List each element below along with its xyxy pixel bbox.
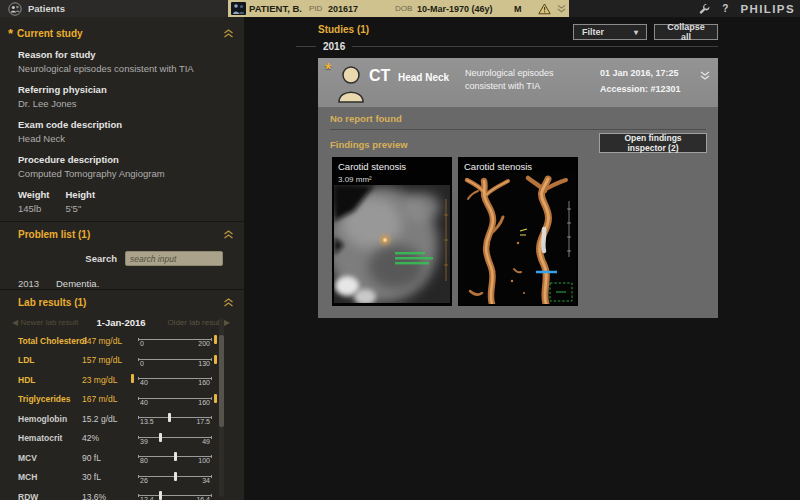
field-label: Exam code description — [18, 119, 244, 130]
lab-results-header[interactable]: Lab results (1) — [0, 290, 244, 312]
lab-date: 1-Jan-2016 — [96, 317, 145, 328]
patient-name: PATIENT, B. — [249, 0, 302, 17]
lab-value: 30 fL — [82, 472, 138, 482]
lab-range-indicator: 26 34 — [138, 468, 218, 488]
lab-name: RDW — [18, 492, 82, 500]
lab-value: 90 fL — [82, 453, 138, 463]
older-lab-link[interactable]: Older lab result ▶ — [146, 318, 230, 327]
lab-range-indicator: 12.4 16.4 — [138, 487, 218, 500]
problem-name: Dementia. — [56, 278, 99, 289]
lab-value-marker — [214, 394, 217, 403]
lab-value: 157 mg/dL — [82, 355, 138, 365]
study-card-body: No report found Findings preview Open fi… — [318, 107, 718, 318]
dob-label: DOB — [395, 0, 412, 17]
sidebar-scrollbar[interactable] — [219, 318, 224, 497]
philips-logo: PHILIPS — [740, 3, 795, 15]
warning-icon[interactable] — [538, 0, 551, 17]
divider — [330, 129, 706, 130]
lab-range-min: 0 — [140, 340, 144, 347]
study-accession: Accession: #12301 — [600, 84, 681, 94]
scrollbar-thumb[interactable] — [219, 335, 224, 427]
lab-result-row: Triglycerides 167 m/dL 40 160 — [0, 390, 244, 410]
lab-range-min: 80 — [140, 457, 148, 464]
patients-tab[interactable]: Patients — [0, 0, 228, 17]
no-report-text: No report found — [330, 113, 402, 124]
lab-range-min: 39 — [140, 438, 148, 445]
problem-list-title: Problem list (1) — [18, 229, 223, 240]
field-value: Neurological episodes consistent with TI… — [18, 63, 244, 74]
lab-range-max: 16.4 — [196, 496, 210, 500]
cta-3d-image — [460, 173, 576, 304]
problem-list-header[interactable]: Problem list (1) — [0, 222, 244, 244]
finding-thumbnail-ct[interactable]: Carotid stenosis 3.09 mm² — [332, 157, 452, 306]
problem-year: 2013 — [18, 278, 44, 289]
study-name: Head Neck — [398, 72, 449, 83]
height-label: Height — [66, 189, 96, 200]
lab-value: 347 mg/dL — [82, 336, 138, 346]
lab-rows: Total Cholesterol 347 mg/dL 0 200 LDL 15… — [0, 331, 244, 500]
studies-panel: Studies (1) Filter ▾ Collapse all 2016 * — [244, 17, 800, 500]
patient-banner-icon — [231, 0, 246, 17]
pid-value: 201617 — [328, 0, 358, 17]
lab-range-max: 130 — [198, 360, 210, 367]
lab-range-indicator: 39 49 — [138, 429, 218, 449]
lab-result-row: LDL 157 mg/dL 0 130 — [0, 351, 244, 371]
collapse-all-button[interactable]: Collapse all — [654, 24, 718, 40]
finding-thumbnail-3d-cta[interactable]: Carotid stenosis — [458, 157, 578, 306]
field-label: Procedure description — [18, 154, 244, 165]
timeline-year-group: 2016 — [296, 40, 718, 52]
study-field: Reason for study Neurological episodes c… — [18, 49, 244, 74]
lab-value-marker — [159, 491, 162, 500]
lab-value-marker — [214, 355, 217, 364]
lab-range-indicator: 13.5 17.5 — [138, 409, 218, 429]
current-study-fields: Reason for study Neurological episodes c… — [0, 43, 244, 179]
collapse-up-icon[interactable] — [223, 298, 234, 307]
lab-range-max: 49 — [202, 438, 210, 445]
patient-banner[interactable]: PATIENT, B. PID 201617 DOB 10-Mar-1970 (… — [228, 0, 569, 17]
lab-range-min: 13.5 — [140, 418, 154, 425]
weight-value: 145lb — [18, 203, 50, 214]
lab-name: Total Cholesterol — [18, 336, 82, 346]
lab-range-indicator: 0 200 — [138, 331, 218, 351]
sex-value: M — [514, 0, 522, 17]
lab-value: 23 mg/dL — [82, 375, 138, 385]
lab-range-track — [138, 437, 212, 438]
top-bar: Patients PATIENT, B. PID 201617 DOB 10-M… — [0, 0, 800, 18]
study-card-header[interactable]: * CT Head Neck Neurological episodes con… — [318, 58, 718, 107]
study-field: Procedure description Computed Tomograph… — [18, 154, 244, 179]
collapse-up-icon[interactable] — [223, 29, 234, 38]
help-icon[interactable]: ? — [722, 3, 728, 14]
lab-value: 42% — [82, 433, 138, 443]
collapse-up-icon[interactable] — [223, 230, 234, 239]
problem-search-row: Search — [0, 251, 244, 266]
patients-tab-label: Patients — [28, 3, 65, 14]
lab-result-row: MCH 30 fL 26 34 — [0, 468, 244, 488]
newer-lab-link[interactable]: ◀ Newer lab result — [12, 318, 96, 327]
filter-button[interactable]: Filter ▾ — [573, 24, 647, 40]
banner-collapse-icon[interactable] — [557, 0, 566, 17]
lab-range-indicator: 0 130 — [138, 351, 218, 371]
search-input[interactable] — [125, 251, 223, 266]
lab-name: HDL — [18, 375, 82, 385]
lab-value-marker — [214, 335, 217, 344]
tools-icon[interactable] — [699, 0, 710, 18]
lab-value: 167 m/dL — [82, 394, 138, 404]
findings-preview-title: Findings preview — [330, 139, 408, 150]
finding-title: Carotid stenosis — [464, 161, 532, 172]
problem-row[interactable]: 2013 Dementia. — [0, 278, 244, 289]
open-findings-inspector-button[interactable]: Open findings inspector (2) — [599, 133, 707, 153]
ct-axial-image — [334, 185, 450, 303]
lab-name: MCH — [18, 472, 82, 482]
lab-range-min: 12.4 — [140, 496, 154, 500]
card-collapse-icon[interactable] — [700, 66, 710, 84]
current-study-header[interactable]: * Current study — [0, 21, 244, 43]
lab-value-marker — [174, 452, 177, 461]
studies-title: Studies (1) — [318, 24, 369, 35]
current-study-icon: * — [8, 31, 13, 37]
lab-range-max: 160 — [198, 399, 210, 406]
current-study-title: Current study — [17, 28, 223, 39]
pid-label: PID — [309, 0, 322, 17]
lab-name: LDL — [18, 355, 82, 365]
lab-name: Hemoglobin — [18, 414, 82, 424]
lab-result-row: HDL 23 mg/dL 40 160 — [0, 370, 244, 390]
